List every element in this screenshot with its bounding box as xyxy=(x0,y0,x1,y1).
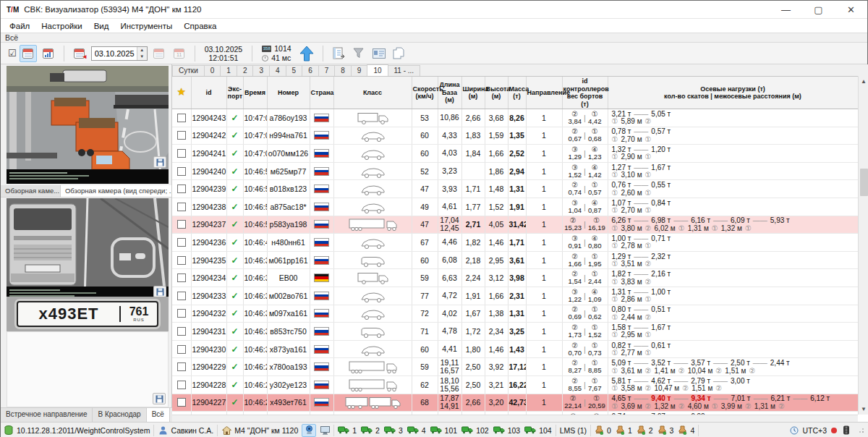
day-tab-7[interactable]: 7 xyxy=(318,65,336,76)
calendar-today-button[interactable]: 11 xyxy=(171,45,188,62)
column-header-12[interactable]: Направление xyxy=(526,77,562,109)
row-checkbox[interactable] xyxy=(177,131,186,140)
save-plate-image-button[interactable] xyxy=(153,393,166,404)
stamp-status-3[interactable]: 3 xyxy=(658,425,674,435)
column-header-2[interactable]: Экс- порт xyxy=(226,77,243,109)
save-front-image-button[interactable] xyxy=(153,286,166,297)
table-row[interactable]: 12904239✓10:46:56в018хв123473,931,711,48… xyxy=(172,180,858,198)
row-select-cell[interactable] xyxy=(172,180,191,198)
row-select-cell[interactable] xyxy=(172,376,191,394)
row-select-cell[interactable] xyxy=(172,234,191,252)
menu-вид[interactable]: Вид xyxy=(88,20,115,32)
table-row[interactable]: 12904242✓10:47:02н994на761604,331,831,59… xyxy=(172,127,858,145)
row-checkbox[interactable] xyxy=(177,167,186,176)
calendar-prev-button[interactable] xyxy=(150,45,168,62)
row-select-cell[interactable] xyxy=(172,340,191,358)
column-header-3[interactable]: Время xyxy=(243,77,267,109)
table-row[interactable]: 12904233✓10:46:35м002во761774,721,911,66… xyxy=(172,287,858,305)
lane-status-104[interactable]: 104 xyxy=(524,426,552,435)
row-checkbox[interactable] xyxy=(177,114,186,122)
row-select-cell[interactable] xyxy=(172,394,191,412)
row-checkbox[interactable] xyxy=(177,362,186,371)
row-checkbox[interactable] xyxy=(177,256,186,265)
scrollbar-thumb[interactable] xyxy=(860,169,868,196)
stamp-status-2[interactable]: 2 xyxy=(637,425,653,435)
lane-status-1[interactable]: 1 xyxy=(338,426,357,435)
row-select-cell[interactable] xyxy=(172,145,191,163)
copy-button[interactable] xyxy=(391,45,408,62)
stamp-status-0[interactable]: 0 xyxy=(595,425,611,435)
column-header-13[interactable]: id контроллеров вес бортов (т) xyxy=(562,77,608,109)
lane-status-4[interactable]: 4 xyxy=(407,426,426,435)
table-row[interactable]: 12904232✓10:46:33м097ха161724,021,671,38… xyxy=(172,305,858,323)
column-header-1[interactable]: id xyxy=(191,77,226,109)
select-all-checkbox[interactable]: ☑ xyxy=(8,48,17,59)
lane-status-101[interactable]: 101 xyxy=(430,426,458,435)
calendar-day-button[interactable] xyxy=(20,45,37,62)
maximize-button[interactable]: ▢ xyxy=(802,1,835,18)
calendar-goto-button[interactable]: ◂ xyxy=(71,45,88,62)
column-header-8[interactable]: Длина База (м) xyxy=(438,77,461,109)
row-select-cell[interactable] xyxy=(172,287,191,305)
column-header-11[interactable]: Масса (т) xyxy=(508,77,526,109)
minimize-button[interactable]: — xyxy=(770,1,802,18)
menu-инструменты[interactable]: Инструменты xyxy=(114,20,178,32)
direction-tab-2[interactable]: Всё xyxy=(147,408,170,422)
table-row[interactable]: 12904230✓10:46:30х873уа161604,411,801,46… xyxy=(172,340,858,358)
row-checkbox[interactable] xyxy=(177,292,186,300)
table-row[interactable]: 12904241✓10:47:01о070мм126604,031,841,66… xyxy=(172,145,858,163)
lane-status-102[interactable]: 102 xyxy=(461,426,489,435)
table-row[interactable]: 12904235✓10:46:39м061рр161606,082,182,95… xyxy=(172,251,858,269)
date-spinner[interactable]: ▲▼ xyxy=(137,47,147,60)
direction-tab-0[interactable]: Встречное направление xyxy=(1,408,93,422)
lane-status-103[interactable]: 103 xyxy=(493,426,521,435)
resize-grip[interactable] xyxy=(856,425,866,436)
day-tab-0[interactable]: 0 xyxy=(204,65,221,76)
row-select-cell[interactable] xyxy=(172,251,191,269)
table-row[interactable]: 12904236✓10:46:42н480нн61674,461,821,461… xyxy=(172,234,858,252)
vertical-scrollbar[interactable]: ▲ ▼ xyxy=(858,76,868,415)
row-select-cell[interactable] xyxy=(172,269,191,287)
column-header-14[interactable]: Осевые нагрузки (т) кол-во скатов | межо… xyxy=(608,77,858,109)
row-checkbox[interactable] xyxy=(177,345,186,354)
scroll-down-arrow[interactable]: ▼ xyxy=(859,404,868,415)
row-select-cell[interactable] xyxy=(172,323,191,341)
menu-настройки[interactable]: Настройки xyxy=(35,20,88,32)
row-checkbox[interactable] xyxy=(177,398,186,407)
report-button[interactable] xyxy=(330,45,347,62)
row-checkbox[interactable] xyxy=(177,238,186,247)
menu-файл[interactable]: Файл xyxy=(4,20,35,32)
horizontal-scrollbar[interactable] xyxy=(172,415,858,422)
row-select-cell[interactable] xyxy=(172,198,191,216)
day-tab-1[interactable]: 1 xyxy=(220,65,237,76)
day-tab-8[interactable]: 8 xyxy=(334,65,352,76)
table-row[interactable]: 12904243✓10:47:06а786оу1935310,862,663,6… xyxy=(172,109,858,127)
save-overview-image-button[interactable] xyxy=(153,156,166,168)
table-row[interactable]: 12904228✓10:46:25у302уе1236218,1015,562,… xyxy=(172,376,858,394)
day-tab-10[interactable]: 10 xyxy=(367,64,388,76)
column-header-10[interactable]: Высота (м) xyxy=(485,77,508,109)
day-tab-4[interactable]: 4 xyxy=(269,65,286,76)
row-checkbox[interactable] xyxy=(177,149,186,158)
row-select-cell[interactable] xyxy=(172,109,191,127)
day-tab-3[interactable]: 3 xyxy=(252,65,270,76)
column-header-6[interactable]: Класс xyxy=(333,77,412,109)
webcam-toggle[interactable] xyxy=(302,424,316,437)
column-header-0[interactable]: ★ xyxy=(172,77,191,109)
stamp-status-1[interactable]: 1 xyxy=(616,425,632,435)
column-header-5[interactable]: Страна xyxy=(310,77,333,109)
row-checkbox[interactable] xyxy=(177,309,186,318)
day-tab-5[interactable]: 5 xyxy=(286,65,303,76)
filter-button[interactable] xyxy=(350,45,367,62)
lane-status-3[interactable]: 3 xyxy=(384,426,403,435)
stamp-status-4[interactable]: 4 xyxy=(678,425,694,435)
day-tab-6[interactable]: 6 xyxy=(302,65,319,76)
table-row[interactable]: 12904240✓10:46:57м625мр77523,231,862,941… xyxy=(172,162,858,180)
table-row[interactable]: 12904234✓10:46:36ЕВ00596,632,243,123,981… xyxy=(172,269,858,287)
card-view-button[interactable] xyxy=(370,45,388,62)
camera-tab-1[interactable]: Обзорная камера (вид спереди; ... xyxy=(61,185,172,197)
lane-status-2[interactable]: 2 xyxy=(361,426,380,435)
day-tab-9[interactable]: 9 xyxy=(351,65,368,76)
row-checkbox[interactable] xyxy=(177,327,186,336)
column-header-4[interactable]: Номер xyxy=(267,77,310,109)
